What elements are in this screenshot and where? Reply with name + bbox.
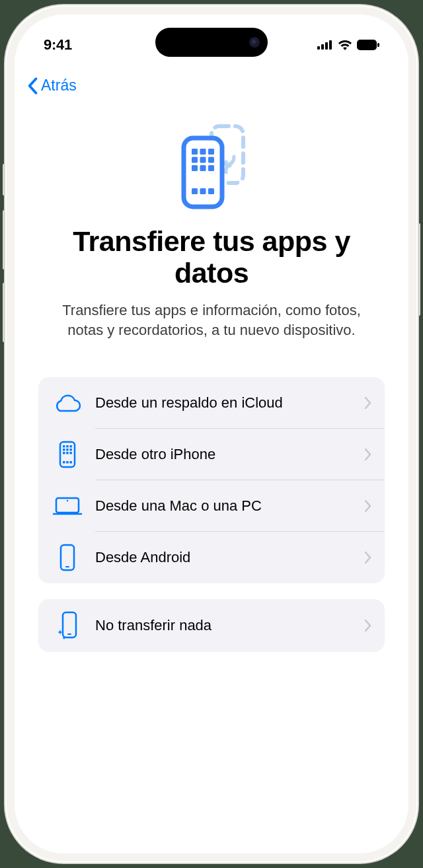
phone-icon — [52, 544, 83, 571]
svg-rect-1 — [321, 44, 324, 50]
dynamic-island — [155, 28, 268, 57]
svg-rect-11 — [192, 157, 198, 163]
page-title: Transfiere tus apps y datos — [38, 225, 385, 289]
svg-rect-25 — [66, 449, 69, 451]
svg-rect-9 — [200, 149, 206, 155]
svg-rect-26 — [69, 449, 72, 451]
chevron-left-icon — [26, 77, 38, 94]
skip-options-group: No transferir nada — [38, 599, 385, 652]
svg-rect-24 — [63, 449, 65, 451]
option-label: Desde Android — [95, 549, 365, 566]
svg-rect-32 — [69, 461, 72, 464]
svg-rect-19 — [208, 188, 214, 194]
chevron-right-icon — [365, 500, 371, 512]
svg-rect-22 — [66, 445, 69, 448]
phone-sparkle-icon — [52, 611, 83, 640]
main-content: Transfiere tus apps y datos Transfiere t… — [15, 100, 408, 652]
svg-rect-7 — [184, 138, 222, 207]
svg-rect-31 — [66, 461, 69, 464]
battery-icon — [357, 40, 379, 50]
svg-rect-3 — [329, 40, 332, 50]
option-icloud-backup[interactable]: Desde un respaldo en iCloud — [38, 377, 385, 429]
option-android[interactable]: Desde Android — [38, 532, 385, 583]
option-mac-pc[interactable]: Desde una Mac o una PC — [38, 480, 385, 532]
svg-rect-0 — [317, 46, 320, 50]
option-label: Desde un respaldo en iCloud — [95, 394, 365, 412]
svg-rect-10 — [208, 149, 214, 155]
cellular-icon — [317, 40, 333, 50]
chevron-right-icon — [365, 397, 371, 409]
svg-rect-15 — [200, 165, 206, 171]
svg-rect-5 — [377, 43, 379, 47]
laptop-icon — [52, 496, 83, 516]
svg-rect-23 — [69, 445, 72, 448]
svg-point-34 — [67, 499, 69, 501]
svg-rect-16 — [208, 165, 214, 171]
svg-rect-12 — [200, 157, 206, 163]
svg-rect-36 — [65, 566, 69, 567]
option-another-iphone[interactable]: Desde otro iPhone — [38, 429, 385, 480]
hero-icon — [38, 124, 385, 209]
svg-rect-17 — [192, 188, 198, 194]
svg-rect-8 — [192, 149, 198, 155]
volume-button — [3, 283, 5, 342]
option-label: Desde otro iPhone — [95, 446, 365, 463]
device-frame: 9:41 — [5, 5, 418, 863]
status-icons — [317, 40, 379, 50]
transfer-options-group: Desde un respaldo en iCloud — [38, 377, 385, 583]
option-label: No transferir nada — [95, 617, 365, 634]
svg-rect-13 — [208, 157, 214, 163]
back-label: Atrás — [41, 77, 77, 94]
chevron-right-icon — [365, 552, 371, 563]
chevron-right-icon — [365, 449, 371, 460]
option-dont-transfer[interactable]: No transferir nada — [38, 599, 385, 652]
svg-rect-29 — [69, 452, 72, 454]
svg-rect-21 — [63, 445, 65, 448]
nav-bar: Atrás — [15, 61, 408, 100]
cloud-icon — [52, 394, 83, 412]
wifi-icon — [338, 40, 352, 50]
transfer-phone-icon — [172, 124, 251, 209]
svg-rect-2 — [325, 42, 328, 50]
svg-rect-18 — [200, 188, 206, 194]
back-button[interactable]: Atrás — [26, 77, 77, 94]
chevron-right-icon — [365, 620, 371, 632]
svg-rect-38 — [67, 633, 71, 635]
page-subtitle: Transfiere tus apps e información, como … — [38, 301, 385, 340]
power-button — [418, 223, 420, 316]
option-label: Desde una Mac o una PC — [95, 497, 365, 515]
status-time: 9:41 — [44, 36, 72, 54]
svg-rect-28 — [66, 452, 69, 454]
svg-rect-4 — [357, 40, 377, 50]
iphone-apps-icon — [52, 441, 83, 468]
svg-rect-14 — [192, 165, 198, 171]
svg-rect-30 — [63, 461, 65, 464]
svg-rect-27 — [63, 452, 65, 454]
screen: 9:41 — [15, 15, 408, 853]
camera-lens — [249, 37, 260, 48]
